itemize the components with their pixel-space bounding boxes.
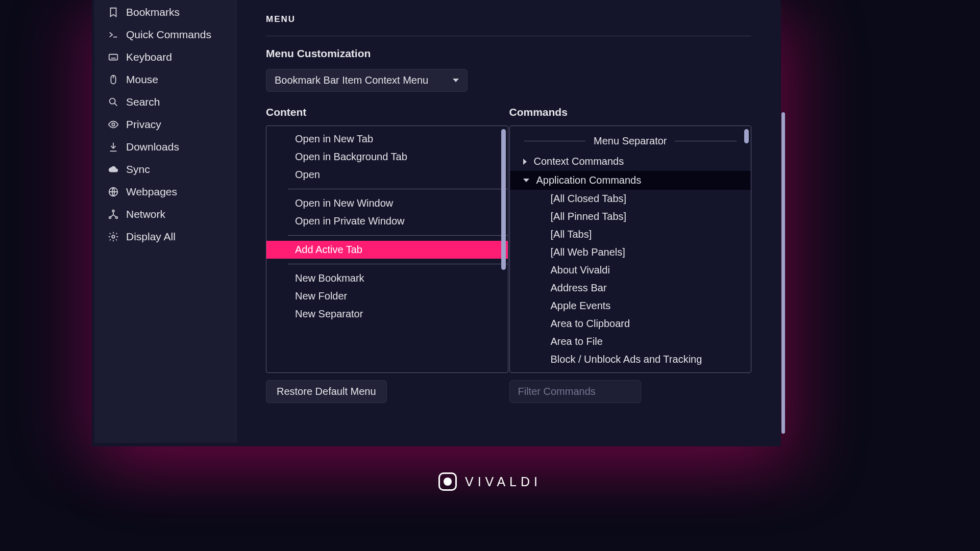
sidebar-item-quick-commands[interactable]: Quick Commands [94, 23, 236, 46]
network-icon [108, 209, 119, 220]
filter-commands-input[interactable] [509, 380, 641, 403]
command-group-label: Application Commands [536, 174, 642, 186]
sidebar-item-label: Keyboard [126, 51, 172, 63]
sidebar-item-bookmarks[interactable]: Bookmarks [94, 1, 236, 23]
download-icon [108, 141, 119, 153]
restore-default-menu-button[interactable]: Restore Default Menu [266, 380, 387, 403]
content-item[interactable]: Open in Background Tab [266, 148, 508, 166]
svg-point-8 [112, 235, 115, 238]
menu-separator [288, 264, 508, 264]
content-item[interactable]: New Folder [266, 287, 508, 305]
gear-icon [108, 231, 119, 242]
svg-rect-0 [109, 55, 118, 60]
sidebar-item-label: Privacy [126, 118, 161, 131]
sidebar-item-label: Sync [126, 163, 150, 176]
sidebar-item-downloads[interactable]: Downloads [94, 136, 236, 158]
content-scrollbar[interactable] [501, 129, 506, 369]
sidebar-item-label: Bookmarks [126, 6, 180, 18]
sidebar-item-network[interactable]: Network [94, 203, 236, 226]
content-item[interactable]: New Separator [266, 305, 508, 323]
chevron-down-icon [453, 79, 459, 82]
command-item[interactable]: Apple Events [510, 297, 751, 315]
sidebar-item-mouse[interactable]: Mouse [94, 68, 236, 91]
sidebar-item-privacy[interactable]: Privacy [94, 113, 236, 136]
sidebar-item-display-all[interactable]: Display All [94, 226, 236, 248]
sidebar-item-sync[interactable]: Sync [94, 158, 236, 181]
main-scrollbar[interactable] [781, 112, 785, 434]
prompt-icon [108, 29, 119, 40]
content-item[interactable]: New Bookmark [266, 269, 508, 287]
command-item[interactable]: [All Closed Tabs] [510, 190, 751, 208]
globe-icon [108, 186, 119, 197]
command-item[interactable]: [All Tabs] [510, 226, 751, 243]
settings-sidebar: Bookmarks Quick Commands Keyboard Mouse … [94, 0, 236, 443]
menu-type-select[interactable]: Bookmark Bar Item Context Menu [266, 69, 468, 92]
commands-heading: Commands [509, 106, 752, 118]
search-icon [108, 96, 119, 108]
cloud-icon [108, 164, 119, 175]
sidebar-item-label: Network [126, 208, 165, 220]
commands-scrollbar[interactable] [744, 129, 749, 369]
command-item[interactable]: [All Pinned Tabs] [510, 208, 751, 226]
menu-separator [288, 189, 508, 189]
eye-icon [108, 119, 119, 130]
command-item[interactable]: Area to File [510, 333, 751, 350]
vivaldi-logo-icon [438, 472, 457, 491]
select-value: Bookmark Bar Item Context Menu [275, 74, 428, 86]
commands-list-box: Menu SeparatorContext CommandsApplicatio… [509, 126, 752, 373]
content-list-box: Open in New TabOpen in Background TabOpe… [266, 126, 508, 373]
section-title: MENU [266, 14, 751, 36]
sidebar-item-keyboard[interactable]: Keyboard [94, 46, 236, 68]
content-heading: Content [266, 106, 508, 118]
content-item[interactable]: Open in New Tab [266, 130, 508, 148]
command-item[interactable]: Address Bar [510, 279, 751, 297]
chevron-right-icon [523, 159, 527, 165]
sidebar-item-label: Search [126, 96, 160, 108]
sidebar-item-label: Webpages [126, 186, 177, 198]
command-group[interactable]: Application Commands [510, 171, 751, 190]
sidebar-item-webpages[interactable]: Webpages [94, 181, 236, 203]
keyboard-icon [108, 52, 119, 63]
command-item[interactable]: Block / Unblock Ads and Tracking [510, 350, 751, 368]
sidebar-item-label: Display All [126, 231, 176, 243]
command-group-label: Context Commands [534, 156, 624, 167]
command-group[interactable]: Context Commands [510, 152, 751, 171]
content-item[interactable]: Add Active Tab [266, 241, 508, 259]
bookmark-icon [108, 7, 119, 18]
command-item[interactable]: [All Web Panels] [510, 243, 751, 261]
menu-separator [288, 235, 508, 236]
command-item[interactable]: About Vivaldi [510, 261, 751, 279]
command-item[interactable]: Area to Clipboard [510, 315, 751, 333]
sidebar-item-label: Mouse [126, 73, 158, 86]
settings-main-panel: MENU Menu Customization Bookmark Bar Ite… [236, 0, 781, 443]
sidebar-item-search[interactable]: Search [94, 91, 236, 113]
svg-point-3 [112, 123, 115, 126]
sidebar-item-label: Downloads [126, 141, 179, 153]
content-item[interactable]: Open in New Window [266, 194, 508, 212]
menu-separator-draggable[interactable]: Menu Separator [510, 130, 751, 152]
mouse-icon [108, 74, 119, 85]
brand-text: VIVALDI [465, 474, 542, 489]
menu-customization-heading: Menu Customization [266, 47, 751, 60]
content-item[interactable]: Open [266, 166, 508, 184]
sidebar-item-label: Quick Commands [126, 29, 211, 41]
vivaldi-brand: VIVALDI [438, 472, 542, 491]
svg-point-2 [110, 98, 115, 104]
svg-point-5 [112, 210, 114, 212]
content-item[interactable]: Open in Private Window [266, 212, 508, 230]
chevron-down-icon [523, 179, 529, 182]
